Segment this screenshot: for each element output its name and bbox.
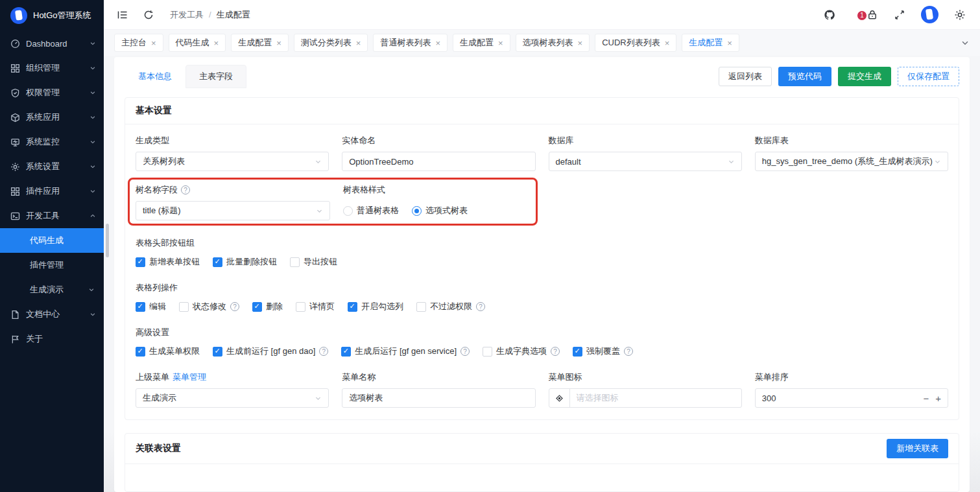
sidebar-item-settings[interactable]: 系统设置 <box>0 154 104 179</box>
user-avatar[interactable] <box>921 6 938 23</box>
checkbox-gen-dict-options[interactable]: 生成字典选项 ? <box>483 346 560 357</box>
help-icon[interactable]: ? <box>551 347 560 356</box>
lock-icon[interactable] <box>866 9 878 21</box>
tab-genconfig-2[interactable]: 生成配置× <box>453 34 510 52</box>
chevron-down-icon[interactable] <box>961 38 970 47</box>
fullscreen-icon[interactable] <box>894 9 905 21</box>
sidebar-item-plugins[interactable]: 插件应用 <box>0 179 104 204</box>
preview-code-button[interactable]: 预览代码 <box>778 67 831 86</box>
sidebar-item-docs[interactable]: 文档中心 <box>0 302 104 327</box>
grid-icon <box>10 187 20 196</box>
sidebar-item-codegen[interactable]: 代码生成 <box>0 228 104 253</box>
menu-icon-field: 请选择图标 <box>549 388 742 408</box>
help-icon[interactable]: ? <box>319 347 328 356</box>
chevron-down-icon <box>90 65 96 71</box>
close-icon[interactable]: × <box>665 38 670 48</box>
tab-console[interactable]: 主控台× <box>114 34 163 52</box>
menu-sort-stepper[interactable]: 300 − + <box>755 388 948 408</box>
checkbox-run-after-gen[interactable]: 生成后运行 [gf gen service] ? <box>341 346 470 357</box>
close-icon[interactable]: × <box>727 38 732 48</box>
close-icon[interactable]: × <box>435 38 440 48</box>
minus-button[interactable]: − <box>923 393 929 404</box>
add-relation-table-button[interactable]: 新增关联表 <box>887 439 948 458</box>
tab-test-category-list[interactable]: 测试分类列表× <box>294 34 368 52</box>
icon-input[interactable]: 请选择图标 <box>570 389 741 407</box>
checkbox-gen-menu-permission[interactable]: 生成菜单权限 <box>136 346 200 357</box>
sidebar-item-sysapp[interactable]: 系统应用 <box>0 105 104 130</box>
config-card: 基本信息 主表字段 返回列表 预览代码 提交生成 仅保存配置 基本设置 生成类型 <box>114 57 970 492</box>
checkbox-force-overwrite[interactable]: 强制覆盖 ? <box>573 346 633 357</box>
help-icon[interactable]: ? <box>476 302 485 311</box>
checkbox-icon <box>213 347 222 357</box>
scrollbar-thumb[interactable] <box>106 224 109 257</box>
menu-name-input[interactable]: 选项树表 <box>342 388 535 408</box>
sidebar-item-org[interactable]: 组织管理 <box>0 56 104 80</box>
checkbox-icon <box>573 347 582 357</box>
advanced-settings-group: 高级设置 生成菜单权限 生成前运行 [gf gen dao] ? <box>136 327 948 357</box>
tab-main-fields[interactable]: 主表字段 <box>185 65 246 88</box>
basic-settings-section: 基本设置 生成类型 关系树列表 实体命名 OptionT <box>125 97 959 420</box>
back-to-list-button[interactable]: 返回列表 <box>719 67 772 86</box>
sidebar-item-dashboard[interactable]: Dashboard <box>0 31 104 56</box>
sidebar-item-devtools[interactable]: 开发工具 <box>0 204 104 228</box>
checkbox-batch-delete-button[interactable]: 批量删除按钮 <box>213 256 277 268</box>
checkbox-no-permission-filter[interactable]: 不过滤权限 ? <box>416 301 485 312</box>
chevron-down-icon <box>90 163 96 170</box>
grid-icon <box>10 64 20 73</box>
save-config-only-button[interactable]: 仅保存配置 <box>898 67 959 86</box>
close-icon[interactable]: × <box>276 38 281 48</box>
tree-name-field-select[interactable]: title (标题) <box>136 201 330 220</box>
tab-basic-info[interactable]: 基本信息 <box>125 65 185 88</box>
tab-normal-tree-list[interactable]: 普通树表列表× <box>373 34 448 52</box>
radio-normal-tree-table[interactable]: 普通树表格 <box>343 205 399 217</box>
refresh-icon[interactable] <box>143 9 154 21</box>
chevron-down-icon <box>90 114 96 121</box>
help-icon[interactable]: ? <box>624 347 633 356</box>
breadcrumb-section[interactable]: 开发工具 <box>170 9 204 21</box>
collapse-menu-icon[interactable] <box>117 9 128 21</box>
checkbox-add-form-button[interactable]: 新增表单按钮 <box>136 256 200 268</box>
entity-name-input[interactable]: OptionTreeDemo <box>342 152 535 171</box>
tab-cudr-list[interactable]: CUDR列表列表× <box>595 34 676 52</box>
radio-option-tree-table[interactable]: 选项式树表 <box>412 205 468 217</box>
checkbox-delete[interactable]: 删除 <box>252 301 283 312</box>
close-icon[interactable]: × <box>578 38 583 48</box>
plus-button[interactable]: + <box>935 393 941 404</box>
sidebar-item-plugin-manage[interactable]: 插件管理 <box>0 253 104 277</box>
tab-genconfig-active[interactable]: 生成配置× <box>682 34 739 52</box>
checkbox-icon <box>416 302 426 312</box>
gear-icon[interactable] <box>954 9 966 21</box>
checkbox-edit[interactable]: 编辑 <box>136 301 166 312</box>
sidebar-item-monitor[interactable]: 系统监控 <box>0 130 104 154</box>
breadcrumb-page: 生成配置 <box>217 9 250 21</box>
submit-generate-button[interactable]: 提交生成 <box>838 67 891 86</box>
close-icon[interactable]: × <box>356 38 361 48</box>
checkbox-icon <box>136 302 145 312</box>
close-icon[interactable]: × <box>214 38 219 48</box>
checkbox-export-button[interactable]: 导出按钮 <box>290 256 337 268</box>
db-table-select[interactable]: hg_sys_gen_tree_demo (系统_生成树表演示) <box>755 152 948 171</box>
help-icon[interactable]: ? <box>181 185 190 194</box>
menu-manage-link[interactable]: 菜单管理 <box>173 371 206 383</box>
icon-picker-button[interactable] <box>549 389 570 407</box>
github-icon[interactable] <box>824 9 835 21</box>
checkbox-status-modify[interactable]: 状态修改 ? <box>179 301 239 312</box>
tab-option-tree-list[interactable]: 选项树表列表× <box>516 34 590 52</box>
close-icon[interactable]: × <box>151 38 156 48</box>
help-icon[interactable]: ? <box>230 302 239 311</box>
help-icon[interactable]: ? <box>460 347 470 356</box>
radio-icon <box>343 206 353 216</box>
sidebar-item-gen-demo[interactable]: 生成演示 <box>0 277 104 302</box>
checkbox-enable-selection[interactable]: 开启勾选列 <box>348 301 403 312</box>
gen-type-select[interactable]: 关系树列表 <box>136 152 329 171</box>
database-select[interactable]: default <box>549 152 742 171</box>
close-icon[interactable]: × <box>498 38 503 48</box>
tab-genconfig-1[interactable]: 生成配置× <box>231 34 289 52</box>
app-logo[interactable]: HotGo管理系统 <box>0 0 104 31</box>
sidebar-item-permission[interactable]: 权限管理 <box>0 80 104 105</box>
sidebar-item-about[interactable]: 关于 <box>0 327 104 351</box>
tab-codegen[interactable]: 代码生成× <box>169 34 226 52</box>
checkbox-detail-page[interactable]: 详情页 <box>296 301 335 312</box>
parent-menu-select[interactable]: 生成演示 <box>136 388 329 408</box>
checkbox-run-before-gen[interactable]: 生成前运行 [gf gen dao] ? <box>213 346 328 357</box>
